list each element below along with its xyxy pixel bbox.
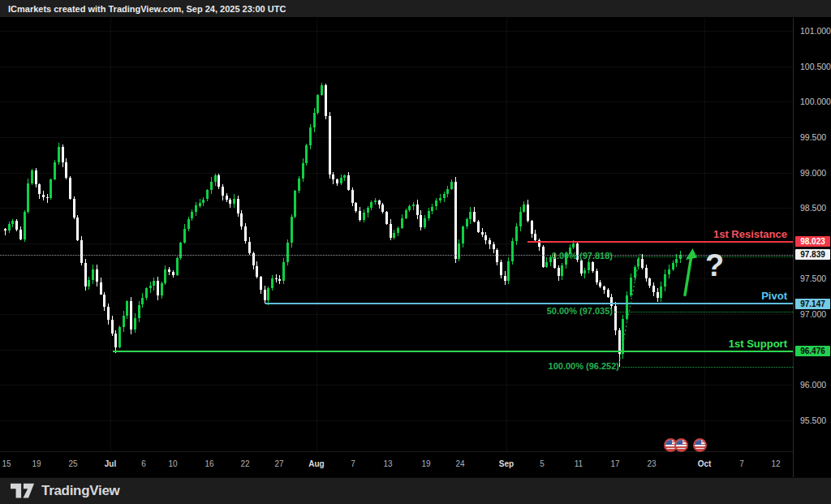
price-axis[interactable]: 101.000100.500100.00099.50099.00098.5009… (793, 18, 831, 477)
fib-0-label[interactable]: 0.00% (97.818) (552, 251, 613, 261)
fib-trendline[interactable] (619, 253, 640, 363)
time-label-month: Aug (308, 459, 324, 468)
price-badge: 96.476 (795, 346, 830, 356)
time-label: 25 (68, 459, 77, 468)
time-label: 17 (610, 459, 619, 468)
price-tick: 99.000 (800, 168, 826, 178)
time-label: 5 (540, 459, 545, 468)
time-label: 10 (168, 459, 177, 468)
us-flag-icon[interactable] (674, 438, 688, 452)
time-label: 19 (32, 459, 41, 468)
price-tick: 101.000 (800, 26, 831, 36)
time-label-month: Sep (499, 459, 514, 468)
time-label: 24 (455, 459, 464, 468)
drawings-overlay (0, 18, 793, 451)
price-tick: 99.500 (800, 132, 826, 142)
price-tick: 100.500 (800, 62, 831, 71)
time-label: 7 (739, 459, 744, 468)
fib-50-label[interactable]: 50.00% (97.035) (547, 306, 613, 316)
chart-header-watermark: ICmarkets created with TradingView.com, … (0, 0, 831, 18)
time-label: 13 (383, 459, 392, 468)
time-label: 7 (351, 459, 355, 468)
header-text: ICmarkets created with TradingView.com, … (8, 4, 286, 14)
pivot-label[interactable]: Pivot (761, 290, 787, 302)
price-badge: 97.839 (795, 249, 830, 260)
time-label: 22 (240, 459, 249, 468)
price-tick: 95.500 (800, 416, 826, 425)
price-tick: 97.000 (800, 309, 826, 319)
time-label: 16 (205, 459, 213, 468)
time-label: 23 (647, 459, 656, 468)
question-mark-annotation[interactable]: ? (705, 248, 724, 283)
time-label-month: Jul (105, 459, 116, 468)
resistance-label[interactable]: 1st Resistance (713, 228, 787, 240)
time-label-month: Oct (698, 459, 712, 468)
price-badge: 97.147 (795, 299, 830, 309)
time-label: 27 (274, 459, 283, 468)
fib-100-label[interactable]: 100.00% (96.252) (549, 361, 619, 371)
price-tick: 97.500 (800, 274, 826, 283)
tradingview-chart-page: { "header": { "text": "ICmarkets created… (0, 0, 831, 504)
time-label: 12 (771, 459, 780, 468)
up-arrow-icon[interactable] (685, 256, 691, 295)
time-axis[interactable]: 151925Jul610162227Aug7131924Sep5111723Oc… (0, 451, 793, 478)
time-label: 6 (141, 459, 146, 468)
chart-pane[interactable]: 1st Resistance Pivot 1st Support 0.00% (… (0, 18, 793, 451)
up-arrow-head-icon[interactable] (686, 248, 697, 260)
time-label: 19 (421, 459, 430, 468)
time-label: 15 (2, 459, 11, 468)
tradingview-logo-icon[interactable] (11, 483, 35, 499)
tradingview-brand-text[interactable]: TradingView (41, 483, 120, 499)
price-tick: 98.500 (800, 203, 826, 213)
footer-bar: TradingView (0, 477, 831, 504)
time-label: 11 (575, 459, 583, 468)
price-badge: 98.023 (795, 236, 830, 247)
price-tick: 96.000 (800, 380, 826, 390)
support-label[interactable]: 1st Support (729, 338, 787, 350)
us-flag-icon[interactable] (693, 438, 707, 452)
price-tick: 100.000 (800, 97, 831, 106)
